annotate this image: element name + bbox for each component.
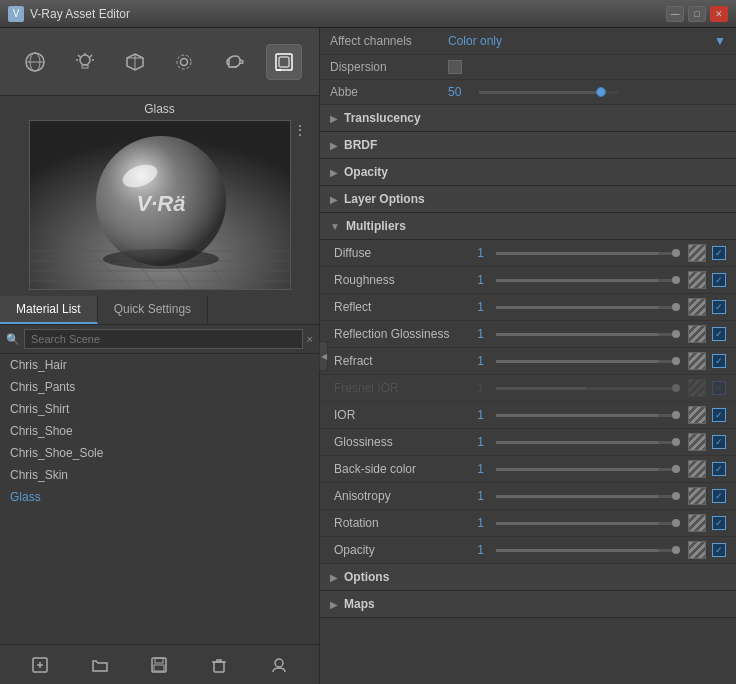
section-brdf[interactable]: ▶ BRDF bbox=[320, 132, 736, 159]
anisotropy-value[interactable]: 1 bbox=[470, 489, 484, 503]
refract-slider-thumb[interactable] bbox=[672, 357, 680, 365]
section-multipliers[interactable]: ▼ Multipliers bbox=[320, 213, 736, 240]
light-icon[interactable] bbox=[67, 44, 103, 80]
left-panel-collapse-button[interactable]: ◀ bbox=[319, 341, 328, 371]
section-opacity[interactable]: ▶ Opacity bbox=[320, 159, 736, 186]
diffuse-slider[interactable] bbox=[496, 252, 676, 255]
glossiness-value[interactable]: 1 bbox=[470, 435, 484, 449]
opacity-section-label: Opacity bbox=[344, 165, 388, 179]
new-material-button[interactable] bbox=[26, 651, 54, 679]
refract-value[interactable]: 1 bbox=[470, 354, 484, 368]
search-input[interactable] bbox=[24, 329, 303, 349]
opacity-mult-color-swatch[interactable] bbox=[688, 541, 706, 559]
section-layer-options[interactable]: ▶ Layer Options bbox=[320, 186, 736, 213]
open-button[interactable] bbox=[86, 651, 114, 679]
tab-material-list[interactable]: Material List bbox=[0, 296, 98, 324]
roughness-value[interactable]: 1 bbox=[470, 273, 484, 287]
back-side-color-checkbox[interactable]: ✓ bbox=[712, 462, 726, 476]
delete-button[interactable] bbox=[205, 651, 233, 679]
back-side-color-slider[interactable] bbox=[496, 468, 676, 471]
reflect-slider-thumb[interactable] bbox=[672, 303, 680, 311]
glossiness-slider[interactable] bbox=[496, 441, 676, 444]
affect-channels-value[interactable]: Color only bbox=[448, 34, 706, 48]
reflection-glossiness-slider-thumb[interactable] bbox=[672, 330, 680, 338]
anisotropy-color-swatch[interactable] bbox=[688, 487, 706, 505]
cube-icon[interactable] bbox=[117, 44, 153, 80]
material-item-chris-shoe[interactable]: Chris_Shoe bbox=[0, 420, 319, 442]
back-side-color-swatch[interactable] bbox=[688, 460, 706, 478]
reflection-glossiness-value[interactable]: 1 bbox=[470, 327, 484, 341]
abbe-slider-track[interactable] bbox=[479, 91, 619, 94]
section-maps[interactable]: ▶ Maps bbox=[320, 591, 736, 618]
reflection-glossiness-color-swatch[interactable] bbox=[688, 325, 706, 343]
minimize-button[interactable]: — bbox=[666, 6, 684, 22]
anisotropy-slider-thumb[interactable] bbox=[672, 492, 680, 500]
opacity-mult-checkbox[interactable]: ✓ bbox=[712, 543, 726, 557]
glossiness-color-swatch[interactable] bbox=[688, 433, 706, 451]
reflect-checkbox[interactable]: ✓ bbox=[712, 300, 726, 314]
diffuse-label: Diffuse bbox=[334, 246, 464, 260]
diffuse-checkbox[interactable]: ✓ bbox=[712, 246, 726, 260]
opacity-mult-slider-thumb[interactable] bbox=[672, 546, 680, 554]
refract-checkbox[interactable]: ✓ bbox=[712, 354, 726, 368]
roughness-color-swatch[interactable] bbox=[688, 271, 706, 289]
back-side-color-slider-thumb[interactable] bbox=[672, 465, 680, 473]
diffuse-value[interactable]: 1 bbox=[470, 246, 484, 260]
rotation-color-swatch[interactable] bbox=[688, 514, 706, 532]
multiplier-row-reflect: Reflect 1 ✓ bbox=[320, 294, 736, 321]
rotation-value[interactable]: 1 bbox=[470, 516, 484, 530]
rotation-slider-thumb[interactable] bbox=[672, 519, 680, 527]
sphere-icon[interactable] bbox=[17, 44, 53, 80]
glossiness-slider-thumb[interactable] bbox=[672, 438, 680, 446]
rotation-slider[interactable] bbox=[496, 522, 676, 525]
anisotropy-checkbox[interactable]: ✓ bbox=[712, 489, 726, 503]
material-item-chris-shoe-sole[interactable]: Chris_Shoe_Sole bbox=[0, 442, 319, 464]
teapot-icon[interactable] bbox=[216, 44, 252, 80]
tab-quick-settings[interactable]: Quick Settings bbox=[98, 296, 208, 324]
rotation-checkbox[interactable]: ✓ bbox=[712, 516, 726, 530]
reflect-slider[interactable] bbox=[496, 306, 676, 309]
opacity-mult-value[interactable]: 1 bbox=[470, 543, 484, 557]
diffuse-color-swatch[interactable] bbox=[688, 244, 706, 262]
diffuse-slider-thumb[interactable] bbox=[672, 249, 680, 257]
glossiness-checkbox[interactable]: ✓ bbox=[712, 435, 726, 449]
section-translucency[interactable]: ▶ Translucency bbox=[320, 105, 736, 132]
ior-checkbox[interactable]: ✓ bbox=[712, 408, 726, 422]
close-button[interactable]: ✕ bbox=[710, 6, 728, 22]
ior-value[interactable]: 1 bbox=[470, 408, 484, 422]
maximize-button[interactable]: □ bbox=[688, 6, 706, 22]
settings-gear-icon[interactable] bbox=[166, 44, 202, 80]
save-button[interactable] bbox=[145, 651, 173, 679]
preview-options-button[interactable]: ⋮ bbox=[293, 122, 307, 138]
dispersion-checkbox[interactable] bbox=[448, 60, 462, 74]
search-clear-button[interactable]: × bbox=[307, 333, 313, 345]
reflect-color-swatch[interactable] bbox=[688, 298, 706, 316]
ior-slider[interactable] bbox=[496, 414, 676, 417]
ior-slider-thumb[interactable] bbox=[672, 411, 680, 419]
affect-channels-dropdown-icon[interactable]: ▼ bbox=[714, 34, 726, 48]
opacity-mult-slider[interactable] bbox=[496, 549, 676, 552]
import-button[interactable] bbox=[265, 651, 293, 679]
dispersion-label: Dispersion bbox=[330, 60, 440, 74]
refract-color-swatch[interactable] bbox=[688, 352, 706, 370]
material-item-glass[interactable]: Glass bbox=[0, 486, 319, 508]
svg-point-12 bbox=[181, 58, 188, 65]
render-icon[interactable] bbox=[266, 44, 302, 80]
material-item-chris-pants[interactable]: Chris_Pants bbox=[0, 376, 319, 398]
anisotropy-slider[interactable] bbox=[496, 495, 676, 498]
ior-color-swatch[interactable] bbox=[688, 406, 706, 424]
section-options[interactable]: ▶ Options bbox=[320, 564, 736, 591]
material-item-chris-hair[interactable]: Chris_Hair bbox=[0, 354, 319, 376]
abbe-value[interactable]: 50 bbox=[448, 85, 461, 99]
roughness-checkbox[interactable]: ✓ bbox=[712, 273, 726, 287]
roughness-slider-thumb[interactable] bbox=[672, 276, 680, 284]
back-side-color-value[interactable]: 1 bbox=[470, 462, 484, 476]
reflection-glossiness-checkbox[interactable]: ✓ bbox=[712, 327, 726, 341]
reflection-glossiness-slider[interactable] bbox=[496, 333, 676, 336]
roughness-slider[interactable] bbox=[496, 279, 676, 282]
refract-slider[interactable] bbox=[496, 360, 676, 363]
reflect-value[interactable]: 1 bbox=[470, 300, 484, 314]
material-item-chris-skin[interactable]: Chris_Skin bbox=[0, 464, 319, 486]
material-item-chris-shirt[interactable]: Chris_Shirt bbox=[0, 398, 319, 420]
abbe-slider-thumb[interactable] bbox=[596, 87, 606, 97]
